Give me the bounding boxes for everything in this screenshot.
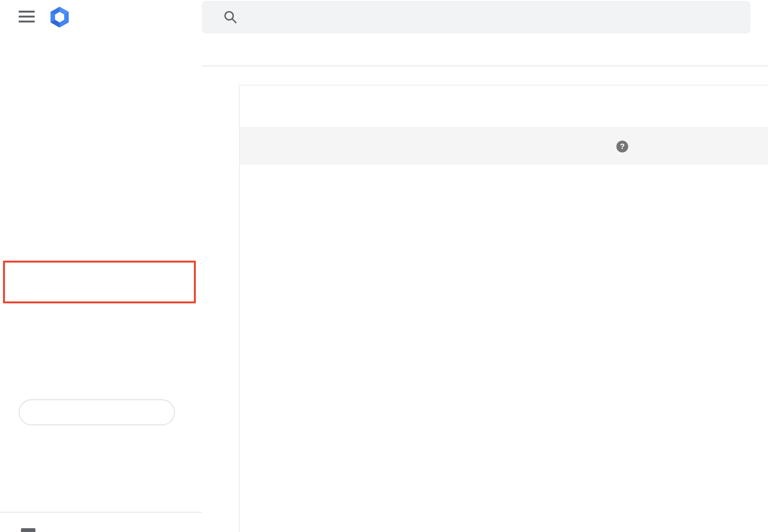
clipped-sidebar-icon bbox=[21, 528, 35, 532]
sidebar-divider bbox=[0, 512, 202, 513]
help-icon[interactable]: ? bbox=[616, 141, 628, 152]
google-admin-logo-icon bbox=[49, 6, 70, 28]
roles-card: ? bbox=[239, 85, 768, 532]
roles-card-header bbox=[240, 85, 768, 127]
show-more-button[interactable] bbox=[19, 399, 175, 425]
google-admin-console: ? bbox=[0, 0, 768, 532]
menu-hamburger-icon[interactable] bbox=[19, 11, 35, 22]
table-header-row: ? bbox=[240, 127, 768, 165]
search-icon bbox=[223, 10, 238, 24]
search-bar bbox=[202, 1, 750, 34]
breadcrumb-divider bbox=[202, 66, 768, 66]
search-input[interactable] bbox=[247, 1, 734, 34]
annotation-box bbox=[3, 261, 196, 303]
